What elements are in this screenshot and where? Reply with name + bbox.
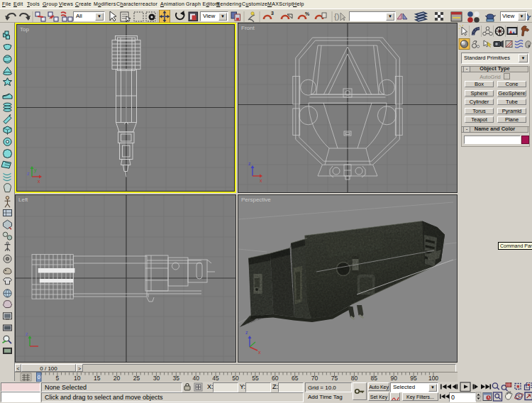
- svg-text:25: 25: [133, 375, 140, 382]
- svg-text:Perspective: Perspective: [241, 197, 271, 203]
- svg-text:x: x: [258, 350, 261, 355]
- svg-text:15: 15: [94, 375, 101, 382]
- svg-text:85: 85: [371, 375, 378, 382]
- svg-text:Left: Left: [18, 197, 28, 203]
- svg-text:3: 3: [271, 11, 274, 16]
- svg-text:20: 20: [113, 375, 121, 382]
- svg-text:60: 60: [272, 375, 279, 382]
- svg-text:%: %: [305, 11, 310, 16]
- svg-text:z: z: [26, 331, 28, 336]
- svg-text:95: 95: [410, 375, 417, 382]
- svg-text:50: 50: [232, 375, 239, 382]
- svg-text:40: 40: [192, 375, 199, 382]
- svg-text:{): {): [334, 12, 339, 21]
- svg-text:35: 35: [173, 375, 180, 382]
- svg-text:55: 55: [252, 375, 259, 382]
- svg-text:x: x: [38, 179, 40, 184]
- svg-text:75: 75: [331, 375, 338, 382]
- svg-text:0: 0: [38, 374, 40, 380]
- svg-text:45: 45: [212, 375, 219, 382]
- svg-text:65: 65: [292, 375, 299, 382]
- svg-text:z: z: [245, 330, 248, 335]
- svg-text:100: 100: [428, 375, 438, 382]
- svg-text:Top: Top: [20, 26, 29, 33]
- svg-text:z: z: [248, 161, 251, 166]
- svg-text:Front: Front: [241, 25, 255, 31]
- svg-text:z: z: [27, 171, 30, 176]
- svg-text:y: y: [34, 167, 37, 173]
- svg-text:x: x: [260, 178, 262, 183]
- svg-text:10: 10: [74, 375, 81, 382]
- svg-text:90: 90: [390, 375, 397, 382]
- svg-text:30: 30: [153, 375, 160, 382]
- svg-text:5: 5: [56, 375, 60, 382]
- svg-text:70: 70: [311, 375, 318, 382]
- svg-text:80: 80: [351, 375, 358, 382]
